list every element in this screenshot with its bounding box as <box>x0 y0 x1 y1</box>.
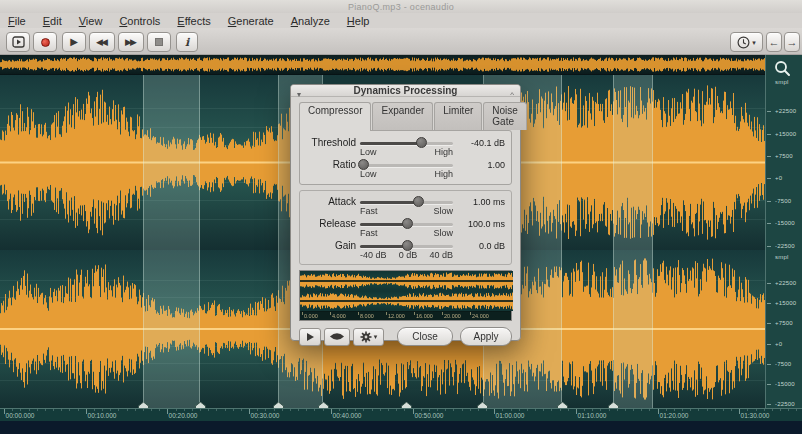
scale-label: +0 <box>775 341 782 347</box>
timeline-minor-tick <box>429 409 430 411</box>
timeline-minor-tick <box>796 409 797 411</box>
timeline-minor-tick <box>690 409 691 411</box>
timeline-minor-tick <box>241 409 242 411</box>
timeline-minor-tick <box>192 409 193 411</box>
preview-ruler-label: 0.000 <box>304 313 318 319</box>
gain-min-label: -40 dB <box>360 250 387 260</box>
timeline-label: 01:00.000 <box>496 412 525 419</box>
menu-analyze[interactable]: Analyze <box>291 15 330 27</box>
preview-ruler-label: 24.000 <box>472 313 489 319</box>
ratio-min-label: Low <box>360 169 377 179</box>
attack-slider[interactable] <box>360 196 453 207</box>
timeline-minor-tick <box>502 409 503 411</box>
scale-label: +7500 <box>775 320 793 326</box>
timeline-minor-tick <box>633 409 634 411</box>
selection-region <box>143 75 200 408</box>
apply-button[interactable]: Apply <box>460 327 512 346</box>
tab-compressor[interactable]: Compressor <box>299 102 371 131</box>
ratio-label: Ratio <box>306 159 356 170</box>
record-button[interactable] <box>33 32 57 52</box>
menu-generate[interactable]: Generate <box>228 15 274 27</box>
close-button[interactable]: Close <box>397 327 453 346</box>
preview-ruler-tick <box>470 312 471 315</box>
release-slider-knob[interactable] <box>402 218 413 229</box>
ratio-value: 1.00 <box>457 160 505 170</box>
clock-icon <box>737 36 750 49</box>
horizontal-scrollbar[interactable] <box>0 421 802 434</box>
attack-slider-knob[interactable] <box>413 196 424 207</box>
tab-expander[interactable]: Expander <box>372 102 433 130</box>
preview-waveform-canvas[interactable] <box>300 271 513 311</box>
timeline-minor-tick <box>625 409 626 411</box>
menu-help[interactable]: Help <box>347 15 370 27</box>
dialog-header[interactable]: ▾ Dynamics Processing ^ <box>291 85 520 97</box>
timeline-minor-tick <box>298 409 299 411</box>
timeline-label: 01:30.000 <box>741 412 770 419</box>
rewind-button[interactable]: ◀◀ <box>89 32 115 52</box>
play-icon: ▶ <box>70 37 78 47</box>
amplitude-scale-column[interactable]: smpl+22500+15000+7500+0-7500-15000-22500… <box>765 55 802 408</box>
timeline-minor-tick <box>764 409 765 411</box>
timeline-minor-tick <box>470 409 471 411</box>
menu-view[interactable]: View <box>79 15 103 27</box>
scale-tick <box>767 156 771 157</box>
preview-settings-button[interactable]: ▾ <box>353 328 384 346</box>
gain-slider-knob[interactable] <box>402 240 413 251</box>
dialog-menu-caret-icon[interactable]: ▾ <box>297 90 301 99</box>
dynamics-processing-dialog: ▾ Dynamics Processing ^ Compressor Expan… <box>290 84 521 341</box>
release-slider[interactable] <box>360 218 453 229</box>
timeline-minor-tick <box>592 409 593 411</box>
stop-button[interactable] <box>147 32 171 52</box>
threshold-slider-knob[interactable] <box>416 137 427 148</box>
redo-forward-button[interactable]: → <box>784 32 800 52</box>
scale-tick <box>767 201 771 202</box>
bypass-compare-button[interactable] <box>324 328 350 346</box>
play-button[interactable]: ▶ <box>62 32 86 52</box>
zoom-search-icon[interactable] <box>774 60 791 77</box>
timeline-minor-tick <box>404 409 405 411</box>
timeline-minor-tick <box>216 409 217 411</box>
timeline-minor-tick <box>20 409 21 411</box>
timeline-minor-tick <box>666 409 667 411</box>
ratio-slider-knob[interactable] <box>358 159 369 170</box>
record-icon <box>41 38 50 47</box>
ratio-slider[interactable] <box>360 159 453 170</box>
preview-ruler-label: 8.000 <box>360 313 374 319</box>
menu-edit[interactable]: Edit <box>43 15 62 27</box>
gain-zero-label: 0 dB <box>399 250 418 260</box>
threshold-slider[interactable] <box>360 137 453 148</box>
timeline-minor-tick <box>527 409 528 411</box>
tab-limiter[interactable]: Limiter <box>434 102 482 130</box>
timeline-minor-tick <box>102 409 103 411</box>
menu-file[interactable]: File <box>8 15 26 27</box>
info-button[interactable]: i <box>176 32 198 52</box>
fast-forward-button[interactable]: ▶▶ <box>118 32 144 52</box>
preview-play-icon <box>307 333 314 341</box>
timeline-minor-tick <box>78 409 79 411</box>
history-clock-button[interactable]: ▾ <box>730 32 763 52</box>
timeline-minor-tick <box>698 409 699 411</box>
timeline-minor-tick <box>788 409 789 411</box>
menu-controls[interactable]: Controls <box>119 15 160 27</box>
preview-ruler-tick <box>358 312 359 315</box>
menu-bar: File Edit View Controls Effects Generate… <box>0 13 802 28</box>
play-selection-button[interactable] <box>6 32 30 52</box>
timeline-minor-tick <box>355 409 356 411</box>
scale-tick <box>767 364 771 365</box>
preview-play-button[interactable] <box>299 328 321 346</box>
timeline-minor-tick <box>396 409 397 411</box>
toolbar: ▶ ◀◀ ▶▶ i -00:0 1:15.528 hr min sec 4410… <box>0 28 802 55</box>
preview-ruler-tick <box>414 312 415 315</box>
waveform-overview-strip[interactable] <box>0 55 765 75</box>
tab-noise-gate[interactable]: Noise Gate <box>483 102 527 130</box>
undo-back-button[interactable]: ← <box>766 32 782 52</box>
menu-effects[interactable]: Effects <box>177 15 210 27</box>
timeline-minor-tick <box>772 409 773 411</box>
scale-label: +15000 <box>775 131 796 137</box>
gain-slider[interactable] <box>360 240 453 251</box>
scale-label: -22500 <box>775 243 795 249</box>
scale-tick <box>767 134 771 135</box>
timeline-minor-tick <box>486 409 487 411</box>
timeline-ruler[interactable]: 00:00.00000:10.00000:20.00000:30.00000:4… <box>0 408 802 421</box>
dialog-shade-icon[interactable]: ^ <box>510 90 514 99</box>
